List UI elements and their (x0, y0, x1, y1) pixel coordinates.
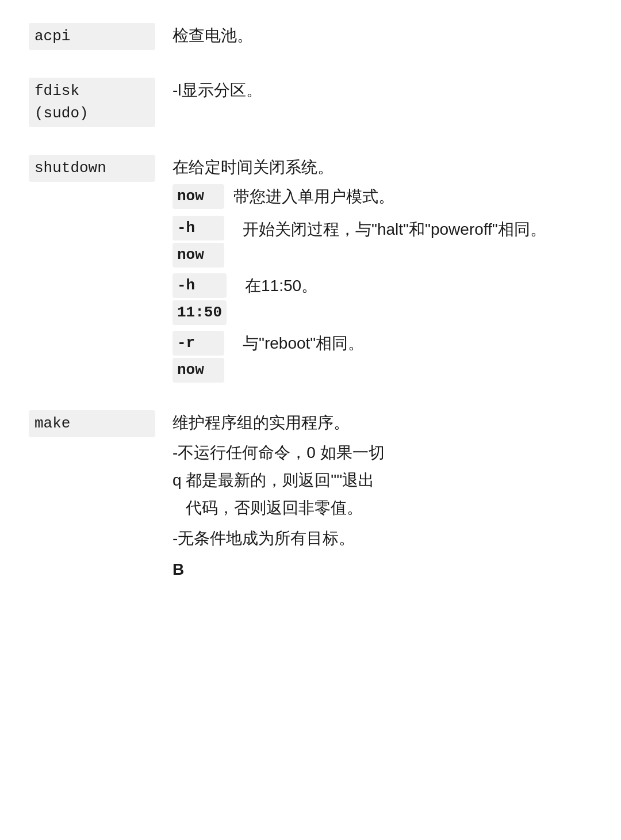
sub-desc-r-now: 与"reboot"相同。 (243, 331, 592, 357)
sub-command-now-1: now (172, 184, 224, 209)
command-make: make (29, 410, 155, 437)
sub-command-h-2: -h (172, 273, 227, 298)
entry-fdisk: fdisk (sudo) -l显示分区。 (29, 78, 592, 127)
command-shutdown: shutdown (29, 155, 155, 182)
description-fdisk: -l显示分区。 (172, 78, 592, 104)
shutdown-sub-entries: now 带您进入单用户模式。 -h now 开始关闭过程，与"halt"和"po… (172, 184, 592, 383)
shutdown-sub-r-now: -r now 与"reboot"相同。 (172, 331, 592, 383)
entry-make: make 维护程序组的实用程序。 -不运行任何命令，0 如果一切 q 都是最新的… (29, 410, 592, 583)
shutdown-main-desc: 在给定时间关闭系统。 (172, 155, 592, 181)
command-fdisk: fdisk (sudo) (29, 78, 155, 127)
entry-acpi: acpi 检查电池。 (29, 23, 592, 50)
make-sub-2: -无条件地成为所有目标。 (172, 525, 592, 552)
sub-command-h: -h (172, 216, 224, 240)
sub-desc-h-now: 开始关闭过程，与"halt"和"poweroff"相同。 (243, 216, 592, 243)
make-main-desc: 维护程序组的实用程序。 (172, 410, 592, 436)
make-sub-1: -不运行任何命令，0 如果一切 q 都是最新的，则返回""退出 代码，否则返回非… (172, 439, 592, 521)
command-acpi: acpi (29, 23, 155, 50)
make-sub-b: B (172, 556, 592, 583)
description-shutdown: 在给定时间关闭系统。 now 带您进入单用户模式。 -h now 开始关闭过程，… (172, 155, 592, 383)
description-acpi: 检查电池。 (172, 23, 592, 49)
shutdown-sub-h-now: -h now 开始关闭过程，与"halt"和"poweroff"相同。 (172, 216, 592, 268)
entry-shutdown: shutdown 在给定时间关闭系统。 now 带您进入单用户模式。 -h no… (29, 155, 592, 383)
sub-command-r: -r (172, 331, 224, 356)
shutdown-sub-now: now 带您进入单用户模式。 (172, 184, 592, 210)
sub-desc-now-1: 带您进入单用户模式。 (233, 184, 592, 210)
shutdown-sub-h-time: -h 11:50 在11:50。 (172, 273, 592, 325)
sub-command-now-3: now (172, 358, 224, 383)
sub-command-1150: 11:50 (172, 300, 227, 325)
description-make: 维护程序组的实用程序。 -不运行任何命令，0 如果一切 q 都是最新的，则返回"… (172, 410, 592, 583)
sub-command-now-2: now (172, 243, 224, 268)
sub-desc-h-time: 在11:50。 (245, 273, 592, 299)
